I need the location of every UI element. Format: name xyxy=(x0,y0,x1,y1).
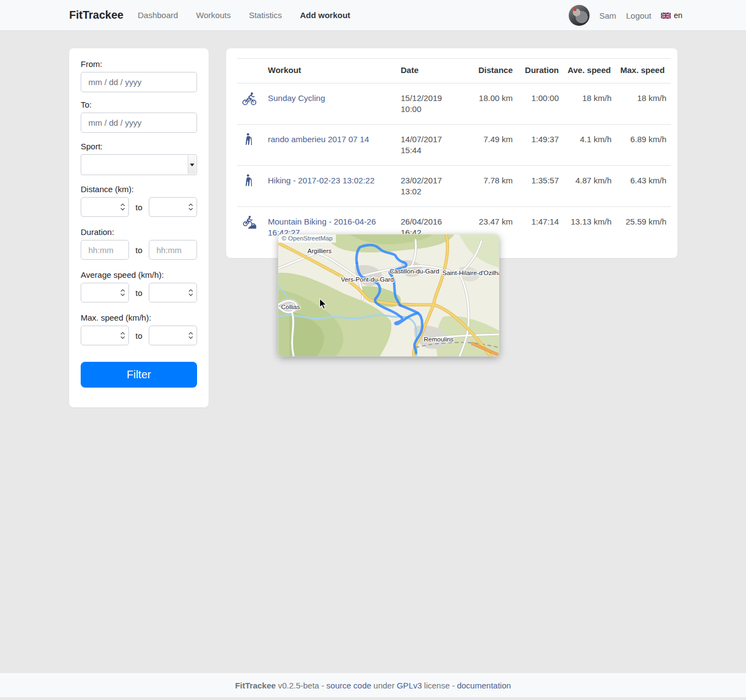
workout-ave-speed: 4.87 km/h xyxy=(563,166,616,207)
stepper-icon xyxy=(120,289,125,296)
mountain-biking-icon xyxy=(242,215,257,233)
footer-version: v0.2.5-beta - xyxy=(278,681,324,690)
hiking-icon xyxy=(242,132,256,149)
source-code-link[interactable]: source code xyxy=(327,681,372,690)
nav-right: Sam Logout en xyxy=(569,0,682,31)
openstreetmap-link[interactable]: OpenStreetMap xyxy=(288,235,333,242)
hiking-icon xyxy=(242,173,256,191)
nav-item-statistics[interactable]: Statistics xyxy=(249,10,282,20)
map-label-remoulins: Remoulins xyxy=(424,336,454,343)
workout-max-speed: 25.59 km/h xyxy=(616,207,671,248)
workout-duration: 1:49:37 xyxy=(517,125,563,166)
map-label-castillon-du-gard: Castillon-du-Gard xyxy=(390,268,439,275)
workout-rows: Sunday Cycling 15/12/201910:00 18.00 km … xyxy=(237,83,671,248)
nav-item-workouts[interactable]: Workouts xyxy=(196,10,231,20)
workout-max-speed: 18 km/h xyxy=(616,83,671,125)
range-separator: to xyxy=(136,245,143,255)
footer-app-name: FitTrackee xyxy=(235,681,276,690)
map-attribution: © OpenStreetMap xyxy=(278,234,336,243)
header-duration: Duration xyxy=(517,59,563,83)
from-label: From: xyxy=(81,59,197,69)
distance-filter: Distance (km): to xyxy=(81,184,197,217)
nav-item-add-workout[interactable]: Add workout xyxy=(300,10,350,20)
workout-max-speed: 6.43 km/h xyxy=(616,166,671,207)
workout-duration: 1:35:57 xyxy=(517,166,563,207)
range-separator: to xyxy=(136,288,143,298)
workout-duration: 1:47:14 xyxy=(517,207,563,248)
workout-ave-speed: 4.1 km/h xyxy=(563,125,616,166)
sport-select[interactable] xyxy=(81,154,197,175)
map-label-argilliers: Argilliers xyxy=(307,248,332,254)
workout-link[interactable]: rando amberieu 2017 07 14 xyxy=(268,135,369,144)
distance-label: Distance (km): xyxy=(81,184,197,194)
app-brand[interactable]: FitTrackee xyxy=(69,9,124,21)
logout-link[interactable]: Logout xyxy=(626,11,652,20)
sport-select-wrap xyxy=(81,154,197,175)
sport-label: Sport: xyxy=(81,142,197,151)
duration-from-input[interactable] xyxy=(81,240,129,260)
from-date-input[interactable] xyxy=(81,72,197,92)
avg-speed-filter: Average speed (km/h): to xyxy=(81,270,197,303)
workouts-table: Workout Date Distance Duration Ave. spee… xyxy=(237,58,671,248)
max-speed-label: Max. speed (km/h): xyxy=(81,313,197,322)
workout-link[interactable]: Sunday Cycling xyxy=(268,93,325,103)
workout-ave-speed: 18 km/h xyxy=(563,83,616,125)
range-separator: to xyxy=(136,331,143,340)
to-label: To: xyxy=(81,100,197,109)
workout-link[interactable]: Hiking - 2017-02-23 13:02:22 xyxy=(268,176,374,185)
workout-distance: 7.49 km xyxy=(467,125,517,166)
header-max-speed: Max. speed xyxy=(616,59,671,83)
map-label-vers-pont-du-gard: Vers-Pont-du-Gard xyxy=(341,276,394,283)
header-ave-speed: Ave. speed xyxy=(563,59,616,83)
workout-distance: 7.78 km xyxy=(467,166,517,207)
nav-item-dashboard[interactable]: Dashboard xyxy=(138,10,178,20)
stepper-icon xyxy=(120,332,125,339)
footer-license-suffix: license - xyxy=(424,681,455,690)
language-switcher[interactable]: en xyxy=(661,11,682,20)
footer-bottom-strip xyxy=(0,697,746,700)
documentation-link[interactable]: documentation xyxy=(457,681,511,690)
range-separator: to xyxy=(136,203,143,212)
header-date: Date xyxy=(396,59,467,83)
filter-button[interactable]: Filter xyxy=(81,362,197,388)
nav-links: Dashboard Workouts Statistics Add workou… xyxy=(138,10,350,20)
page: FitTrackee Dashboard Workouts Statistics… xyxy=(0,0,746,700)
table-row: rando amberieu 2017 07 14 14/07/201715:4… xyxy=(237,125,671,166)
stepper-icon xyxy=(188,203,193,211)
language-code: en xyxy=(674,11,682,20)
workouts-panel: Workout Date Distance Duration Ave. spee… xyxy=(226,48,677,258)
duration-to-input[interactable] xyxy=(149,240,197,260)
user-avatar[interactable] xyxy=(569,5,590,26)
map-label-saint-hilaire: Saint-Hilaire-d'Ozilha xyxy=(442,270,499,276)
duration-filter: Duration: to xyxy=(81,227,197,260)
uk-flag-icon xyxy=(661,13,671,19)
workout-max-speed: 6.89 km/h xyxy=(616,125,671,166)
to-date-input[interactable] xyxy=(81,113,197,133)
username-link[interactable]: Sam xyxy=(599,11,616,20)
navbar: FitTrackee Dashboard Workouts Statistics… xyxy=(0,0,746,31)
header-icon-col xyxy=(237,59,263,83)
workout-distance: 18.00 km xyxy=(467,83,517,125)
avg-speed-label: Average speed (km/h): xyxy=(81,270,197,279)
table-row: Hiking - 2017-02-23 13:02:22 23/02/20171… xyxy=(237,166,671,207)
header-distance: Distance xyxy=(467,59,517,83)
footer: FitTrackee v0.2.5-beta - source code und… xyxy=(0,673,746,697)
stepper-icon xyxy=(188,332,193,339)
gplv3-link[interactable]: GPLv3 xyxy=(397,681,422,690)
footer-under: under xyxy=(373,681,394,690)
cycling-icon xyxy=(242,91,257,109)
stepper-icon xyxy=(120,203,125,211)
max-speed-filter: Max. speed (km/h): to xyxy=(81,313,197,345)
workout-ave-speed: 13.13 km/h xyxy=(563,207,616,248)
map-label-collias: Collias xyxy=(281,304,300,310)
workout-map-preview: Argilliers Vers-Pont-du-Gard Castillon-d… xyxy=(278,234,499,356)
workout-duration: 1:00:00 xyxy=(517,83,563,125)
duration-label: Duration: xyxy=(81,227,197,237)
stepper-icon xyxy=(188,289,193,296)
table-row: Sunday Cycling 15/12/201910:00 18.00 km … xyxy=(237,83,671,125)
header-workout: Workout xyxy=(263,59,396,83)
table-header-row: Workout Date Distance Duration Ave. spee… xyxy=(237,59,671,83)
filter-panel: From: To: Sport: Distance (km): to Durat… xyxy=(69,48,209,407)
map-image: Argilliers Vers-Pont-du-Gard Castillon-d… xyxy=(278,234,499,356)
